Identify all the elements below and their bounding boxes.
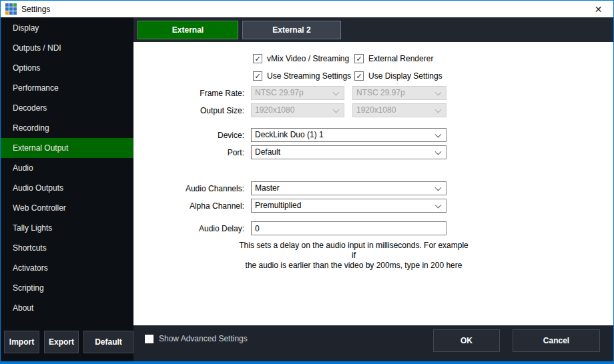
logo-cell xyxy=(13,11,17,15)
frame-rate-value-2: NTSC 29.97p xyxy=(356,88,405,97)
sidebar-item-shortcuts[interactable]: Shortcuts xyxy=(1,238,133,258)
chevron-down-icon xyxy=(435,106,442,113)
port-value: Default xyxy=(255,147,280,157)
external-renderer-label: External Renderer xyxy=(368,54,433,63)
audio-channels-label: Audio Channels: xyxy=(161,184,244,193)
alpha-channel-label: Alpha Channel: xyxy=(161,201,244,211)
sidebar-nav: Display Outputs / NDI Options Performanc… xyxy=(1,17,133,318)
ok-button[interactable]: OK xyxy=(433,329,500,352)
frame-rate-select-1[interactable]: NTSC 29.97p xyxy=(251,86,344,100)
chevron-down-icon xyxy=(435,201,442,208)
tab-external-2[interactable]: External 2 xyxy=(242,21,341,39)
vmix-video-checkbox[interactable]: ✓ xyxy=(253,54,262,63)
alpha-channel-select[interactable]: Premultiplied xyxy=(251,199,446,213)
chevron-down-icon xyxy=(435,131,442,137)
import-button[interactable]: Import xyxy=(4,331,39,353)
sidebar: Display Outputs / NDI Options Performanc… xyxy=(1,17,133,361)
logo-cell xyxy=(9,7,13,11)
output-size-select-1[interactable]: 1920x1080 xyxy=(251,103,344,117)
logo-cell xyxy=(5,7,9,11)
window-title: Settings xyxy=(21,5,50,14)
default-button[interactable]: Default xyxy=(83,331,133,353)
sidebar-buttons: Import Export Default xyxy=(4,331,133,353)
alpha-channel-value: Premultiplied xyxy=(255,201,301,210)
external-output-form: ✓ vMix Video / Streaming ✓ External Rend… xyxy=(133,42,613,325)
device-value: DeckLink Duo (1) 1 xyxy=(255,130,324,139)
sidebar-item-audio[interactable]: Audio xyxy=(1,158,133,178)
output-size-select-2[interactable]: 1920x1080 xyxy=(352,103,446,117)
output-size-value-2: 1920x1080 xyxy=(356,105,396,115)
audio-channels-value: Master xyxy=(255,183,280,193)
use-display-settings-checkbox[interactable]: ✓ xyxy=(354,71,364,81)
export-button[interactable]: Export xyxy=(44,331,79,353)
sidebar-item-about[interactable]: About xyxy=(1,298,133,318)
sidebar-item-display[interactable]: Display xyxy=(1,18,133,38)
port-label: Port: xyxy=(161,148,244,157)
use-display-settings-label: Use Display Settings xyxy=(368,71,442,81)
audio-delay-input[interactable] xyxy=(251,221,446,235)
chevron-down-icon xyxy=(435,184,442,191)
chevron-down-icon xyxy=(333,89,340,95)
logo-cell xyxy=(9,11,13,15)
vmix-video-label: vMix Video / Streaming xyxy=(267,54,349,63)
logo-cell xyxy=(13,3,17,7)
chevron-down-icon xyxy=(435,89,442,95)
logo-cell xyxy=(13,7,17,11)
sidebar-item-scripting[interactable]: Scripting xyxy=(1,278,133,298)
frame-rate-select-2[interactable]: NTSC 29.97p xyxy=(352,86,446,100)
sidebar-item-outputs-ndi[interactable]: Outputs / NDI xyxy=(1,38,133,58)
titlebar: Settings ✕ xyxy=(1,1,613,17)
sidebar-item-web-controller[interactable]: Web Controller xyxy=(1,198,133,218)
audio-channels-select[interactable]: Master xyxy=(251,181,446,195)
use-streaming-settings-checkbox[interactable]: ✓ xyxy=(253,71,262,81)
audio-delay-label: Audio Delay: xyxy=(161,224,244,233)
logo-cell xyxy=(9,3,13,7)
sidebar-item-performance[interactable]: Performance xyxy=(1,78,133,98)
show-advanced-checkbox[interactable] xyxy=(145,335,154,343)
device-label: Device: xyxy=(161,131,244,140)
vmix-logo-icon xyxy=(5,3,17,15)
sidebar-item-decoders[interactable]: Decoders xyxy=(1,98,133,118)
sidebar-item-recording[interactable]: Recording xyxy=(1,118,133,138)
chevron-down-icon xyxy=(435,148,442,155)
port-select[interactable]: Default xyxy=(251,145,446,159)
cancel-button[interactable]: Cancel xyxy=(513,329,600,352)
sidebar-item-audio-outputs[interactable]: Audio Outputs xyxy=(1,178,133,198)
sidebar-item-tally-lights[interactable]: Tally Lights xyxy=(1,218,133,238)
footer-bar: Show Advanced Settings OK Cancel xyxy=(133,325,613,361)
audio-delay-help-line-1: This sets a delay on the audio input in … xyxy=(237,241,471,261)
audio-delay-help-line-2: the audio is earlier than the video by 2… xyxy=(237,261,471,271)
frame-rate-value-1: NTSC 29.97p xyxy=(255,88,304,97)
logo-cell xyxy=(5,11,9,15)
external-renderer-checkbox[interactable]: ✓ xyxy=(354,54,364,63)
frame-rate-label: Frame Rate: xyxy=(161,89,244,98)
sidebar-item-external-output[interactable]: External Output xyxy=(1,138,133,158)
settings-window: Settings ✕ Display Outputs / NDI Options… xyxy=(0,0,614,364)
audio-delay-help: This sets a delay on the audio input in … xyxy=(237,241,471,271)
use-streaming-settings-label: Use Streaming Settings xyxy=(267,71,351,81)
chevron-down-icon xyxy=(333,106,340,113)
device-select[interactable]: DeckLink Duo (1) 1 xyxy=(251,128,446,142)
sidebar-item-options[interactable]: Options xyxy=(1,58,133,78)
tab-external[interactable]: External xyxy=(137,21,238,39)
output-size-label: Output Size: xyxy=(161,106,244,115)
output-size-value-1: 1920x1080 xyxy=(255,105,294,115)
close-icon[interactable]: ✕ xyxy=(583,1,613,17)
sidebar-item-activators[interactable]: Activators xyxy=(1,258,133,278)
show-advanced-label: Show Advanced Settings xyxy=(159,335,248,343)
main-panel: External External 2 ✓ vMix Video / Strea… xyxy=(133,17,613,361)
tab-strip: External External 2 xyxy=(133,17,613,42)
logo-cell xyxy=(5,3,9,7)
